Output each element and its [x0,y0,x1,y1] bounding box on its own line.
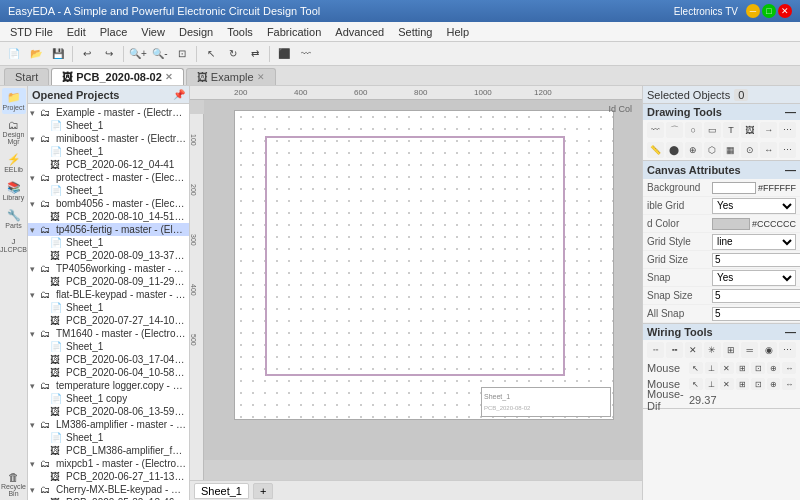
maximize-button[interactable]: □ [762,4,776,18]
mouse-btn-2[interactable]: ⊥ [705,362,719,374]
tab-start[interactable]: Start [4,68,49,85]
new-button[interactable]: 📄 [4,44,24,64]
wt-x[interactable]: ✕ [685,342,702,358]
tree-item-11[interactable]: 🖼PCB_2020-08-09_13-37-26 [28,249,189,262]
tree-item-28[interactable]: 🖼PCB_2020-06-27_11-13-01 [28,470,189,483]
sidebar-item-eelib[interactable]: ⚡ EELib [2,150,26,176]
menu-tools[interactable]: Tools [221,24,259,40]
mouse-btn-8[interactable]: ↖ [689,378,703,390]
sidebar-item-project[interactable]: 📁 Project [2,88,26,114]
zoom-fit-button[interactable]: ⊡ [172,44,192,64]
project-tree[interactable]: ▾🗂Example - master - (Electronics TV)📄Sh… [28,104,189,500]
mouse-btn-10[interactable]: ✕ [720,378,734,390]
tree-item-2[interactable]: ▾🗂miniboost - master - (Electronics TV) [28,132,189,145]
zoom-out-button[interactable]: 🔍- [150,44,170,64]
drawing-tools-header[interactable]: Drawing Tools — [643,104,800,120]
menu-advanced[interactable]: Advanced [329,24,390,40]
dt-image[interactable]: 🖼 [741,122,758,138]
mouse-btn-4[interactable]: ⊞ [736,362,750,374]
dt-flood[interactable]: ▦ [723,142,740,158]
tree-item-30[interactable]: 🖼PCB_2020-05-30_13-46-56 [28,496,189,500]
save-button[interactable]: 💾 [48,44,68,64]
tree-item-12[interactable]: ▾🗂TP4056working - master - (Electronics [28,262,189,275]
tree-item-1[interactable]: 📄Sheet_1 [28,119,189,132]
project-panel-pin[interactable]: 📌 [173,89,185,100]
grid-color-box[interactable] [712,218,750,230]
menu-setting[interactable]: Setting [392,24,438,40]
tree-item-24[interactable]: ▾🗂LM386-amplifier - master - (Electronic [28,418,189,431]
route-button[interactable]: 〰 [296,44,316,64]
mouse-btn-3[interactable]: ✕ [720,362,734,374]
mouse-btn-5[interactable]: ⊡ [751,362,765,374]
sheet-add-tab[interactable]: + [253,483,273,499]
wt-more[interactable]: ⋯ [779,342,796,358]
tree-item-19[interactable]: 🖼PCB_2020-06-03_17-04-15 [28,353,189,366]
select-button[interactable]: ↖ [201,44,221,64]
sidebar-item-parts[interactable]: 🔧 Parts [2,206,26,232]
tree-item-9[interactable]: ▾🗂tp4056-fertig - master - (Electronics … [28,223,189,236]
mouse-btn-7[interactable]: ↔ [782,362,796,374]
tree-item-4[interactable]: 🖼PCB_2020-06-12_04-41 [28,158,189,171]
menu-fabrication[interactable]: Fabrication [261,24,327,40]
rotate-button[interactable]: ↻ [223,44,243,64]
mouse-btn-12[interactable]: ⊡ [751,378,765,390]
menu-help[interactable]: Help [440,24,475,40]
wt-star[interactable]: ✳ [704,342,721,358]
canvas-inner[interactable]: 100 200 300 400 500 [190,100,642,480]
dt-arc[interactable]: ⌒ [666,122,683,138]
mouse-btn-14[interactable]: ↔ [782,378,796,390]
wt-diff[interactable]: ⊞ [723,342,740,358]
canvas-attributes-collapse[interactable]: — [785,164,796,176]
dt-wire[interactable]: 〰 [647,122,664,138]
tree-item-26[interactable]: 🖼PCB_LM386-amplifier_fertig [28,444,189,457]
dt-arrow[interactable]: → [760,122,777,138]
dt-poly[interactable]: ⬡ [704,142,721,158]
canvas-background[interactable]: Sheet_1 PCB_2020-08-02 Id Col [204,100,642,460]
tab-pcb[interactable]: 🖼 PCB_2020-08-02 ✕ [51,68,184,85]
grid-size-input[interactable] [712,253,800,267]
zoom-in-button[interactable]: 🔍+ [128,44,148,64]
tree-item-0[interactable]: ▾🗂Example - master - (Electronics TV) [28,106,189,119]
close-button[interactable]: ✕ [778,4,792,18]
tree-item-21[interactable]: ▾🗂temperature logger.copy - master - (E [28,379,189,392]
wt-track[interactable]: ╌ [647,342,664,358]
tree-item-20[interactable]: 🖼PCB_2020-06-04_10-58-24 [28,366,189,379]
tree-item-25[interactable]: 📄Sheet_1 [28,431,189,444]
tree-item-17[interactable]: ▾🗂TM1640 - master - (Electronics TV) [28,327,189,340]
wt-radio[interactable]: ◉ [760,342,777,358]
canvas-area[interactable]: 200 400 600 800 1000 1200 100 200 300 40… [190,86,642,500]
flip-button[interactable]: ⇄ [245,44,265,64]
sidebar-item-jlcpcb[interactable]: J JLCPCB [2,234,26,256]
tab-pcb-close[interactable]: ✕ [165,72,173,82]
sidebar-item-design-manager[interactable]: 🗂 DesignMgr [2,116,26,148]
all-snap-input[interactable] [712,307,800,321]
tree-item-22[interactable]: 📄Sheet_1 copy [28,392,189,405]
wt-single[interactable]: ╍ [666,342,683,358]
background-color-box[interactable] [712,182,756,194]
tree-item-8[interactable]: 🖼PCB_2020-08-10_14-51-44 [28,210,189,223]
menu-view[interactable]: View [135,24,171,40]
menu-place[interactable]: Place [94,24,134,40]
undo-button[interactable]: ↩ [77,44,97,64]
open-button[interactable]: 📂 [26,44,46,64]
wiring-tools-header[interactable]: Wiring Tools — [643,324,800,340]
menu-edit[interactable]: Edit [61,24,92,40]
grid-style-select[interactable]: line dot [712,234,796,250]
mouse-btn-13[interactable]: ⊕ [767,378,781,390]
tree-item-7[interactable]: ▾🗂bomb4056 - master - (Electronics TV) [28,197,189,210]
tree-item-15[interactable]: 📄Sheet_1 [28,301,189,314]
tree-item-10[interactable]: 📄Sheet_1 [28,236,189,249]
tree-item-14[interactable]: ▾🗂flat-BLE-keypad - master - (Electronic [28,288,189,301]
canvas-content[interactable]: Sheet_1 PCB_2020-08-02 [234,110,614,420]
tree-item-29[interactable]: ▾🗂Cherry-MX-BLE-keypad - master - (E [28,483,189,496]
mouse-btn-11[interactable]: ⊞ [736,378,750,390]
dt-hole[interactable]: ⊙ [741,142,758,158]
tab-example[interactable]: 🖼 Example ✕ [186,68,276,85]
dt-circle[interactable]: ○ [685,122,702,138]
dt-more2[interactable]: ⋯ [779,142,796,158]
tree-item-23[interactable]: 🖼PCB_2020-08-06_13-59-52 [28,405,189,418]
tree-item-3[interactable]: 📄Sheet_1 [28,145,189,158]
tree-item-5[interactable]: ▾🗂protectrect - master - (Electronics TV… [28,171,189,184]
wiring-tools-collapse[interactable]: — [785,326,796,338]
tree-item-16[interactable]: 🖼PCB_2020-07-27_14-10-59 [28,314,189,327]
